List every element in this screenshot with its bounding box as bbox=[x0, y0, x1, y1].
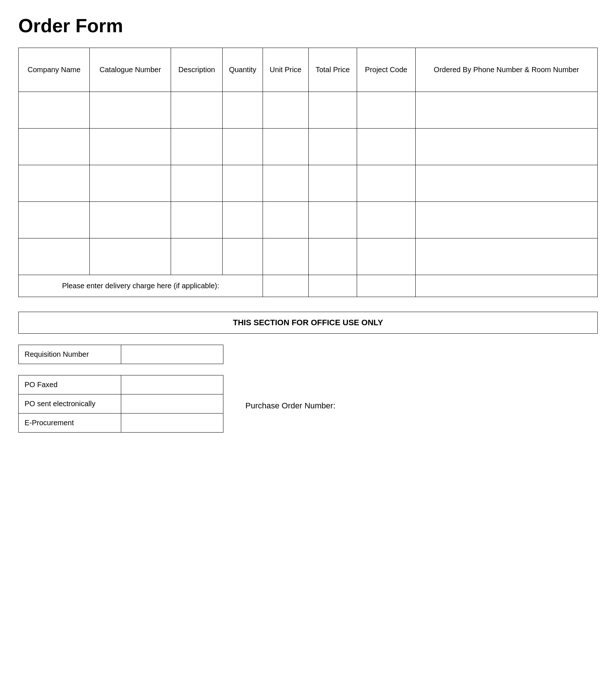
cell[interactable] bbox=[19, 165, 90, 202]
cell[interactable] bbox=[222, 202, 263, 238]
col-header-project-code: Project Code bbox=[357, 48, 415, 92]
cell[interactable] bbox=[263, 202, 308, 238]
cell[interactable] bbox=[415, 129, 597, 165]
cell[interactable] bbox=[415, 92, 597, 129]
cell[interactable] bbox=[90, 92, 171, 129]
table-row bbox=[19, 238, 598, 275]
cell[interactable] bbox=[415, 238, 597, 275]
cell[interactable] bbox=[357, 129, 415, 165]
cell[interactable] bbox=[357, 92, 415, 129]
po-section: PO Faxed PO sent electronically E-Procur… bbox=[18, 375, 598, 433]
cell[interactable] bbox=[90, 129, 171, 165]
delivery-charge-label: Please enter delivery charge here (if ap… bbox=[19, 275, 263, 297]
table-row bbox=[19, 129, 598, 165]
cell[interactable] bbox=[171, 165, 223, 202]
cell[interactable] bbox=[357, 275, 415, 297]
delivery-charge-cell[interactable] bbox=[263, 275, 308, 297]
po-eprocurement-label: E-Procurement bbox=[19, 414, 121, 433]
cell[interactable] bbox=[308, 165, 357, 202]
po-number-label: Purchase Order Number: bbox=[245, 397, 335, 411]
col-header-ordered-by: Ordered By Phone Number & Room Number bbox=[415, 48, 597, 92]
requisition-value[interactable] bbox=[121, 345, 223, 364]
cell[interactable] bbox=[415, 202, 597, 238]
cell[interactable] bbox=[263, 165, 308, 202]
cell[interactable] bbox=[415, 165, 597, 202]
cell[interactable] bbox=[90, 165, 171, 202]
cell[interactable] bbox=[222, 92, 263, 129]
cell[interactable] bbox=[263, 129, 308, 165]
po-row: PO Faxed bbox=[19, 375, 223, 394]
cell[interactable] bbox=[171, 92, 223, 129]
col-header-description: Description bbox=[171, 48, 223, 92]
page-title: Order Form bbox=[18, 15, 598, 37]
cell[interactable] bbox=[90, 202, 171, 238]
cell[interactable] bbox=[308, 275, 357, 297]
col-header-total-price: Total Price bbox=[308, 48, 357, 92]
cell[interactable] bbox=[19, 92, 90, 129]
cell[interactable] bbox=[171, 202, 223, 238]
cell[interactable] bbox=[415, 275, 597, 297]
cell[interactable] bbox=[308, 92, 357, 129]
cell[interactable] bbox=[19, 238, 90, 275]
order-table: Company Name Catalogue Number Descriptio… bbox=[18, 48, 598, 297]
po-electronic-label: PO sent electronically bbox=[19, 394, 121, 414]
requisition-label: Requisition Number bbox=[19, 345, 121, 364]
cell[interactable] bbox=[308, 202, 357, 238]
table-row bbox=[19, 92, 598, 129]
cell[interactable] bbox=[357, 202, 415, 238]
po-faxed-label: PO Faxed bbox=[19, 375, 121, 394]
table-row bbox=[19, 202, 598, 238]
cell[interactable] bbox=[357, 238, 415, 275]
po-eprocurement-value[interactable] bbox=[121, 414, 223, 433]
cell[interactable] bbox=[308, 238, 357, 275]
cell[interactable] bbox=[222, 129, 263, 165]
cell[interactable] bbox=[308, 129, 357, 165]
cell[interactable] bbox=[222, 238, 263, 275]
po-table: PO Faxed PO sent electronically E-Procur… bbox=[18, 375, 223, 433]
cell[interactable] bbox=[171, 238, 223, 275]
col-header-catalogue: Catalogue Number bbox=[90, 48, 171, 92]
po-electronic-value[interactable] bbox=[121, 394, 223, 414]
po-faxed-value[interactable] bbox=[121, 375, 223, 394]
cell[interactable] bbox=[357, 165, 415, 202]
col-header-unit-price: Unit Price bbox=[263, 48, 308, 92]
cell[interactable] bbox=[222, 165, 263, 202]
cell[interactable] bbox=[171, 129, 223, 165]
requisition-table: Requisition Number bbox=[18, 345, 223, 364]
cell[interactable] bbox=[263, 92, 308, 129]
col-header-quantity: Quantity bbox=[222, 48, 263, 92]
office-section: THIS SECTION FOR OFFICE USE ONLY Requisi… bbox=[18, 312, 598, 433]
col-header-company: Company Name bbox=[19, 48, 90, 92]
po-row: E-Procurement bbox=[19, 414, 223, 433]
delivery-row: Please enter delivery charge here (if ap… bbox=[19, 275, 598, 297]
po-row: PO sent electronically bbox=[19, 394, 223, 414]
cell[interactable] bbox=[19, 129, 90, 165]
requisition-row: Requisition Number bbox=[19, 345, 223, 364]
cell[interactable] bbox=[263, 238, 308, 275]
table-row bbox=[19, 165, 598, 202]
cell[interactable] bbox=[90, 238, 171, 275]
office-section-header: THIS SECTION FOR OFFICE USE ONLY bbox=[18, 312, 598, 334]
cell[interactable] bbox=[19, 202, 90, 238]
